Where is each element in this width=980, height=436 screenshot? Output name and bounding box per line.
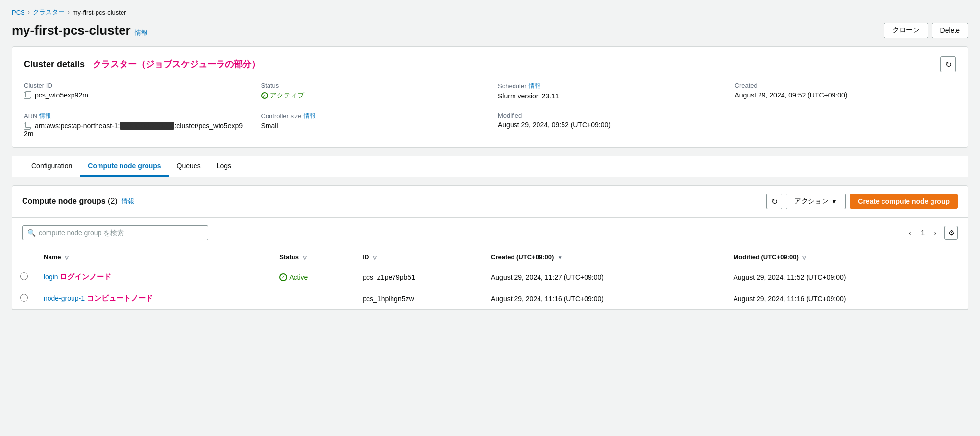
- breadcrumb-pcs[interactable]: PCS: [12, 9, 25, 16]
- breadcrumb: PCS › クラスター › my-first-pcs-cluster: [12, 8, 968, 17]
- col-id[interactable]: ID ▽: [355, 248, 483, 266]
- modified-value: August 29, 2024, 09:52 (UTC+09:00): [498, 121, 719, 129]
- pagination: ‹ 1 › ⚙: [903, 226, 958, 240]
- page-header: my-first-pcs-cluster 情報 クローン Delete: [12, 23, 968, 38]
- tab-queues[interactable]: Queues: [169, 156, 209, 177]
- actions-button[interactable]: アクション ▼: [786, 194, 846, 209]
- compute-node-groups-table: Name ▽ Status ▽ ID ▽ Created (UTC+09:00)…: [12, 248, 968, 310]
- modified-label: Modified: [498, 112, 719, 119]
- tab-logs[interactable]: Logs: [209, 156, 239, 177]
- status-value: アクティブ: [261, 91, 483, 100]
- row1-status-cell: Active: [271, 266, 355, 288]
- compute-node-groups-section: Compute node groups (2) 情報 ↻ アクション ▼ Cre…: [12, 185, 968, 310]
- copy-cluster-id-icon[interactable]: [24, 92, 31, 99]
- modified-item: Modified August 29, 2024, 09:52 (UTC+09:…: [498, 112, 719, 138]
- id-sort-icon: ▽: [373, 255, 377, 260]
- status-label: Status: [261, 82, 483, 89]
- name-sort-icon: ▽: [65, 255, 69, 260]
- col-modified[interactable]: Modified (UTC+09:00) ▽: [725, 248, 968, 266]
- row1-radio[interactable]: [20, 272, 28, 280]
- tab-configuration[interactable]: Configuration: [24, 156, 80, 177]
- row2-modified-cell: August 29, 2024, 11:16 (UTC+09:00): [725, 288, 968, 310]
- copy-arn-icon[interactable]: [24, 123, 31, 130]
- search-bar: 🔍 ‹ 1 › ⚙: [12, 218, 968, 248]
- row2-radio[interactable]: [20, 294, 28, 302]
- col-radio: [12, 248, 36, 266]
- cluster-id-value: pcs_wto5exp92m: [24, 91, 245, 99]
- table-header-row: Name ▽ Status ▽ ID ▽ Created (UTC+09:00)…: [12, 248, 968, 266]
- row1-id-cell: pcs_z1pe79pb51: [355, 266, 483, 288]
- col-created[interactable]: Created (UTC+09:00) ▼: [483, 248, 725, 266]
- cluster-id-item: Cluster ID pcs_wto5exp92m: [24, 82, 245, 100]
- tabs: Configuration Compute node groups Queues…: [24, 156, 956, 177]
- created-label: Created: [735, 82, 956, 89]
- row1-name-cell: login ログインノード: [36, 266, 271, 288]
- table-actions: ↻ アクション ▼ Create compute node group: [766, 194, 958, 209]
- tabs-container: Configuration Compute node groups Queues…: [12, 156, 968, 177]
- table-refresh-button[interactable]: ↻: [766, 194, 782, 209]
- clone-button[interactable]: クローン: [884, 23, 928, 38]
- scheduler-item: Scheduler 情報 Slurm version 23.11: [498, 82, 719, 100]
- breadcrumb-sep-1: ›: [28, 9, 30, 16]
- table-row: login ログインノード Active pcs_z1pe79pb51 Augu…: [12, 266, 968, 288]
- arn-info-link[interactable]: 情報: [39, 112, 51, 120]
- search-input-wrapper[interactable]: 🔍: [22, 225, 208, 240]
- breadcrumb-sep-2: ›: [68, 9, 70, 16]
- actions-chevron-icon: ▼: [831, 197, 837, 205]
- cluster-refresh-button[interactable]: ↻: [940, 56, 956, 72]
- page-info-link[interactable]: 情報: [135, 28, 147, 37]
- row1-status-text: Active: [289, 273, 308, 281]
- row1-name-link[interactable]: login: [44, 273, 58, 281]
- row2-id-cell: pcs_1hplhgn5zw: [355, 288, 483, 310]
- card-header: Cluster details クラスター（ジョブスケジューラの部分） ↻: [24, 56, 956, 72]
- arn-masked: XXXXXXXXXXXX: [120, 122, 174, 130]
- controller-size-item: Controller size 情報 Small: [261, 112, 483, 138]
- details-grid: Cluster ID pcs_wto5exp92m Status アクティブ S…: [24, 82, 956, 138]
- count-badge: (2): [108, 197, 118, 205]
- search-input[interactable]: [39, 229, 203, 237]
- card-subtitle: クラスター（ジョブスケジューラの部分）: [93, 58, 260, 70]
- tab-compute-node-groups[interactable]: Compute node groups: [80, 156, 169, 177]
- created-item: Created August 29, 2024, 09:52 (UTC+09:0…: [735, 82, 956, 100]
- scheduler-label: Scheduler 情報: [498, 82, 719, 90]
- controller-size-label: Controller size 情報: [261, 112, 483, 120]
- breadcrumb-current: my-first-pcs-cluster: [73, 9, 126, 16]
- create-compute-node-group-button[interactable]: Create compute node group: [850, 194, 958, 209]
- scheduler-info-link[interactable]: 情報: [529, 82, 540, 90]
- arn-item: ARN 情報 arn:aws:pcs:ap-northeast-1:XXXXXX…: [24, 112, 245, 138]
- next-page-button[interactable]: ›: [929, 226, 942, 240]
- table-row: node-group-1 コンピュートノード pcs_1hplhgn5zw Au…: [12, 288, 968, 310]
- table-settings-icon[interactable]: ⚙: [944, 226, 958, 240]
- table-title-area: Compute node groups (2) 情報: [22, 197, 134, 206]
- row1-modified-cell: August 29, 2024, 11:52 (UTC+09:00): [725, 266, 968, 288]
- row1-status-icon: [279, 273, 287, 281]
- controller-size-value: Small: [261, 122, 483, 130]
- arn-label: ARN 情報: [24, 112, 245, 120]
- page-title: my-first-pcs-cluster: [12, 23, 131, 38]
- table-info-link[interactable]: 情報: [122, 197, 134, 206]
- row2-radio-cell: [12, 288, 36, 310]
- card-title: Cluster details: [24, 59, 85, 70]
- controller-size-info-link[interactable]: 情報: [304, 112, 316, 120]
- delete-button[interactable]: Delete: [932, 23, 968, 38]
- status-dot-icon: [261, 92, 268, 99]
- row2-name-link[interactable]: node-group-1: [44, 294, 85, 302]
- modified-sort-icon: ▽: [802, 255, 806, 260]
- breadcrumb-cluster[interactable]: クラスター: [33, 8, 65, 17]
- row2-name-cell: node-group-1 コンピュートノード: [36, 288, 271, 310]
- cluster-details-card: Cluster details クラスター（ジョブスケジューラの部分） ↻ Cl…: [12, 46, 968, 148]
- search-icon: 🔍: [27, 229, 36, 237]
- col-name[interactable]: Name ▽: [36, 248, 271, 266]
- arn-value: arn:aws:pcs:ap-northeast-1:XXXXXXXXXXXX:…: [24, 122, 245, 138]
- status-item: Status アクティブ: [261, 82, 483, 100]
- scheduler-value: Slurm version 23.11: [498, 92, 719, 100]
- row1-created-cell: August 29, 2024, 11:27 (UTC+09:00): [483, 266, 725, 288]
- page-number: 1: [919, 229, 927, 237]
- table-header: Compute node groups (2) 情報 ↻ アクション ▼ Cre…: [12, 186, 968, 218]
- card-title-row: Cluster details クラスター（ジョブスケジューラの部分）: [24, 58, 260, 70]
- created-sort-icon: ▼: [558, 255, 563, 260]
- prev-page-button[interactable]: ‹: [903, 226, 917, 240]
- header-actions: クローン Delete: [884, 23, 968, 38]
- col-status[interactable]: Status ▽: [271, 248, 355, 266]
- table-title: Compute node groups (2): [22, 197, 118, 206]
